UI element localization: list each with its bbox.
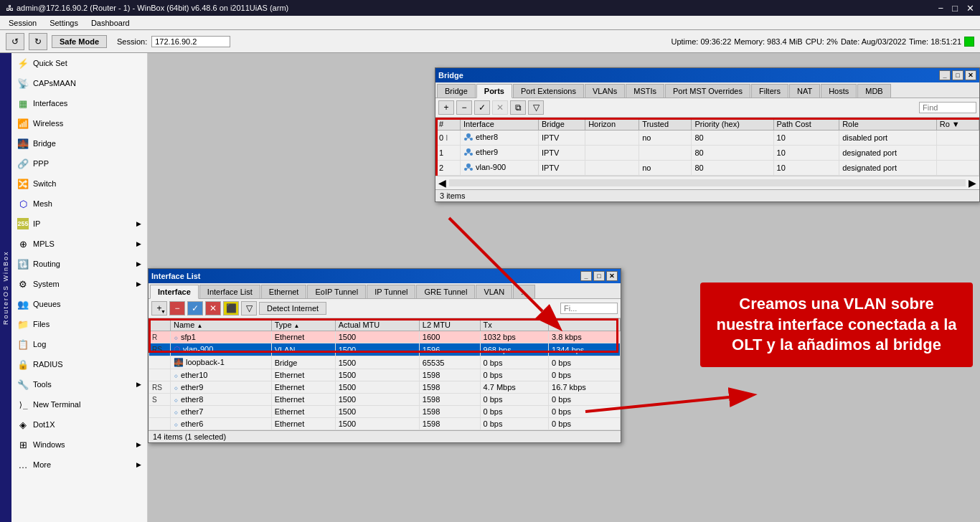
sidebar-item-dot1x[interactable]: ◈ Dot1X	[11, 414, 147, 435]
ilist-table-row[interactable]: ⬦ ether6 Ethernet 1500 1598 0 bps 0 bps	[149, 418, 621, 430]
menu-dashboard[interactable]: Dashboard	[85, 18, 136, 28]
ilist-cross-btn[interactable]: ✕	[205, 301, 221, 315]
tab-vlans[interactable]: VLANs	[585, 84, 625, 98]
col-type[interactable]: Type ▲	[271, 319, 335, 331]
col-priority[interactable]: Priority (hex)	[692, 118, 773, 130]
tab-mdb[interactable]: MDB	[857, 84, 890, 98]
forward-btn[interactable]: ↻	[29, 33, 47, 50]
sidebar-item-ppp[interactable]: 🔗 PPP	[11, 153, 147, 174]
col-interface[interactable]: Interface	[460, 118, 538, 130]
ilist-table-row[interactable]: RS ⬦ ether9 Ethernet 1500 1598 4.7 Mbps …	[149, 381, 621, 394]
col-ro[interactable]: Ro ▼	[936, 118, 979, 130]
sidebar-item-interfaces[interactable]: ▦ Interfaces	[11, 93, 147, 113]
col-name[interactable]: Name ▲	[171, 319, 272, 331]
bridge-win-minimize[interactable]: _	[939, 70, 951, 80]
bridge-table-row[interactable]: 2 vlan-900 IPTV no 80 10 designated port	[436, 161, 979, 176]
sidebar-item-bridge[interactable]: 🌉 Bridge	[11, 133, 147, 153]
bridge-table-row[interactable]: 0 I ether8 IPTV no 80 10 disabled port	[436, 130, 979, 146]
sidebar-item-new-terminal[interactable]: ⟩_ New Terminal	[11, 394, 147, 414]
safe-mode-btn[interactable]: Safe Mode	[52, 35, 107, 48]
tab-ilist-interface[interactable]: Interface	[150, 285, 199, 299]
col-path-cost[interactable]: Path Cost	[773, 118, 839, 130]
tab-nat[interactable]: NAT	[789, 84, 820, 98]
tab-ilist-ip-tunnel[interactable]: IP Tunnel	[367, 285, 415, 298]
bridge-find-input[interactable]	[919, 102, 976, 113]
close-btn[interactable]: ✕	[966, 3, 974, 14]
ilist-add-btn[interactable]: +▼	[151, 301, 167, 315]
tab-filters[interactable]: Filters	[751, 84, 788, 98]
ilist-find-input[interactable]	[560, 303, 618, 314]
ilist-yellow-btn[interactable]: ⬛	[223, 301, 239, 315]
col-actual-mtu[interactable]: Actual MTU	[335, 319, 419, 331]
ilist-check-btn[interactable]: ✓	[187, 301, 203, 315]
tab-port-extensions[interactable]: Port Extensions	[513, 84, 584, 98]
ilist-table-scroll[interactable]: Name ▲ Type ▲ Actual MTU L2 MTU Tx R ⬦ s…	[149, 318, 621, 430]
sidebar-item-windows[interactable]: ⊞ Windows ▶	[11, 435, 147, 455]
ilist-table-row[interactable]: ⬦ ether10 Ethernet 1500 1598 0 bps 0 bps	[149, 369, 621, 381]
sidebar-item-switch[interactable]: 🔀 Switch	[11, 174, 147, 194]
ilist-table-row[interactable]: 🌉 loopback-1 Bridge 1500 65535 0 bps 0 b…	[149, 356, 621, 369]
col-l2-mtu[interactable]: L2 MTU	[419, 319, 480, 331]
tab-ilist-gre[interactable]: GRE Tunnel	[416, 285, 475, 298]
bridge-scroll-bar[interactable]: ◀ ▶	[435, 176, 979, 189]
tab-hosts[interactable]: Hosts	[821, 84, 857, 98]
ilist-win-maximize[interactable]: □	[593, 271, 605, 281]
session-input[interactable]	[151, 36, 230, 47]
scroll-right-btn[interactable]: ▶	[969, 177, 976, 189]
col-bridge[interactable]: Bridge	[538, 118, 585, 130]
scroll-left-btn[interactable]: ◀	[438, 177, 446, 189]
bridge-win-maximize[interactable]: □	[952, 70, 963, 80]
sidebar-item-more[interactable]: … More ▶	[11, 455, 147, 475]
sidebar-item-wireless[interactable]: 📶 Wireless	[11, 113, 147, 133]
tab-ilist-interface-list[interactable]: Interface List	[199, 285, 260, 298]
bridge-window-titlebar[interactable]: Bridge _ □ ✕	[435, 68, 979, 82]
interface-list-titlebar[interactable]: Interface List _ □ ✕	[149, 269, 621, 283]
col-rx[interactable]	[549, 319, 621, 331]
ilist-filter-btn[interactable]: ▽	[241, 301, 257, 315]
sidebar-item-radius[interactable]: 🔒 RADIUS	[11, 354, 147, 374]
bridge-table-row[interactable]: 1 ether9 IPTV 80 10 designated port	[436, 146, 979, 161]
tab-ilist-more[interactable]: ...	[513, 285, 535, 298]
tab-ports[interactable]: Ports	[476, 84, 512, 98]
sidebar-item-capsman[interactable]: 📡 CAPsMAAN	[11, 73, 147, 93]
sidebar-item-quick-set[interactable]: ⚡ Quick Set	[11, 53, 147, 73]
tab-ilist-ethernet[interactable]: Ethernet	[261, 285, 307, 298]
minimize-btn[interactable]: −	[938, 3, 944, 14]
add-btn[interactable]: +	[438, 100, 454, 115]
col-tx[interactable]: Tx	[480, 319, 549, 331]
sidebar-item-files[interactable]: 📁 Files	[11, 314, 147, 334]
sidebar-item-system[interactable]: ⚙ System ▶	[11, 274, 147, 294]
col-trusted[interactable]: Trusted	[639, 118, 692, 130]
sidebar-item-mesh[interactable]: ⬡ Mesh	[11, 194, 147, 214]
col-role[interactable]: Role	[839, 118, 937, 130]
tab-ilist-vlan[interactable]: VLAN	[476, 285, 512, 298]
back-btn[interactable]: ↺	[6, 33, 24, 50]
sidebar-item-routing[interactable]: 🔃 Routing ▶	[11, 254, 147, 274]
sidebar-item-mpls[interactable]: ⊕ MPLS ▶	[11, 234, 147, 254]
ilist-table-row[interactable]: ⬦ ether7 Ethernet 1500 1598 0 bps 0 bps	[149, 406, 621, 418]
sidebar-item-queues[interactable]: 👥 Queues	[11, 294, 147, 314]
bridge-table-scroll[interactable]: # Interface Bridge Horizon Trusted Prior…	[435, 118, 979, 176]
tab-mstis[interactable]: MSTIs	[626, 84, 664, 98]
tab-port-mst-overrides[interactable]: Port MST Overrides	[665, 84, 750, 98]
remove-btn[interactable]: −	[456, 100, 472, 115]
ilist-win-close[interactable]: ✕	[606, 271, 618, 281]
maximize-btn[interactable]: □	[952, 3, 958, 14]
ilist-table-row[interactable]: RS ⬡ vlan-900 VLAN 1500 1596 968 bps 134…	[149, 343, 621, 356]
check-btn[interactable]: ✓	[474, 100, 490, 115]
tab-bridge[interactable]: Bridge	[437, 84, 476, 98]
menu-settings[interactable]: Settings	[44, 18, 84, 28]
ilist-win-minimize[interactable]: _	[580, 271, 592, 281]
filter-btn[interactable]: ▽	[528, 100, 544, 115]
detect-internet-btn[interactable]: Detect Internet	[259, 302, 326, 315]
bridge-win-close[interactable]: ✕	[965, 70, 976, 80]
ilist-remove-btn[interactable]: −	[169, 301, 185, 315]
ilist-table-row[interactable]: R ⬦ sfp1 Ethernet 1500 1600 1032 bps 3.8…	[149, 331, 621, 343]
menu-session[interactable]: Session	[3, 18, 42, 28]
col-hash[interactable]: #	[436, 118, 461, 130]
sidebar-item-ip[interactable]: 255 IP ▶	[11, 214, 147, 234]
sidebar-item-log[interactable]: 📋 Log	[11, 334, 147, 354]
col-horizon[interactable]: Horizon	[585, 118, 639, 130]
ilist-table-row[interactable]: S ⬦ ether8 Ethernet 1500 1598 0 bps 0 bp…	[149, 394, 621, 406]
col-flags[interactable]	[149, 319, 171, 331]
